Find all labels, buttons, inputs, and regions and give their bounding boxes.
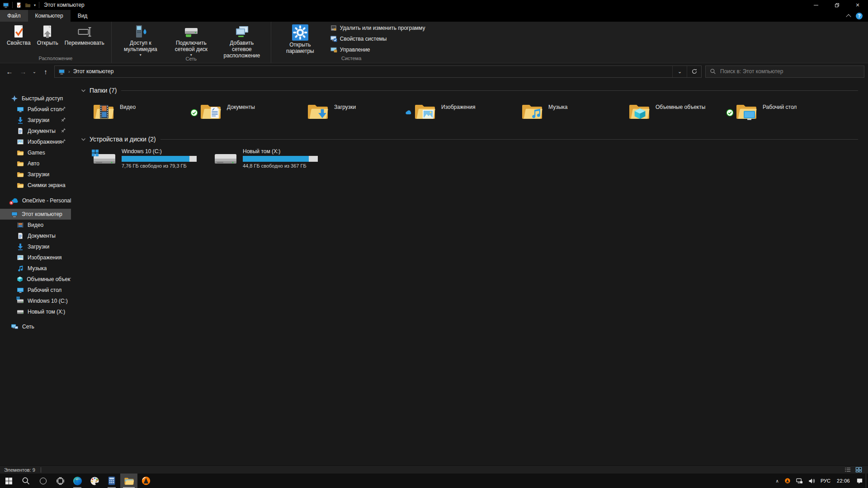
desktop-icon: [17, 106, 24, 113]
sidebar-item-screenshots[interactable]: Снимки экрана: [0, 180, 71, 191]
taskbar-edge-button[interactable]: [69, 474, 86, 488]
folder-tile-desktop[interactable]: Рабочий стол: [724, 99, 831, 126]
map-network-drive-button[interactable]: Подключить сетевой диск▾: [166, 23, 217, 55]
task-view-icon: [56, 477, 65, 485]
folder-tile-videos[interactable]: Видео: [81, 99, 188, 126]
sidebar-item-auto[interactable]: Авто: [0, 158, 71, 169]
sidebar-item-drive-c[interactable]: Windows 10 (C:): [0, 296, 71, 306]
add-network-location-button[interactable]: Добавить сетевое расположение: [217, 23, 267, 55]
refresh-button[interactable]: [687, 66, 701, 77]
sync-status-slot: [509, 99, 521, 126]
properties-shortcut-icon[interactable]: [16, 2, 22, 8]
sidebar-item-documents[interactable]: Документы: [0, 230, 71, 241]
start-button[interactable]: [0, 474, 17, 488]
minimize-button[interactable]: [806, 0, 826, 10]
folder-tile-3d-objects[interactable]: Объемные объекты: [617, 99, 724, 126]
free-space-label: 7,76 ГБ свободно из 79,3 ГБ: [122, 163, 197, 169]
section-title: Папки (7): [90, 87, 117, 94]
sidebar-item-onedrive[interactable]: OneDrive - Personal: [0, 195, 71, 206]
search-box[interactable]: [705, 66, 864, 78]
volume-tray-icon[interactable]: [806, 474, 818, 488]
sidebar-item-pictures-pinned[interactable]: Изображения: [0, 136, 71, 147]
pictures-folder-icon: [414, 101, 437, 123]
language-indicator[interactable]: РУС: [818, 474, 833, 488]
up-button[interactable]: ↑: [39, 66, 52, 77]
sidebar-item-drive-x[interactable]: Новый том (X:): [0, 306, 71, 317]
taskbar-avast-button[interactable]: [137, 474, 155, 488]
taskbar-paint-button[interactable]: [86, 474, 103, 488]
folder-tile-pictures[interactable]: Изображения: [402, 99, 509, 126]
recent-locations-chevron-icon[interactable]: ⌄: [30, 66, 39, 77]
sidebar-item-desktop-pinned[interactable]: Рабочий стол: [0, 104, 71, 115]
add-network-location-icon: [235, 24, 249, 39]
sidebar-item-label: Видео: [28, 222, 43, 228]
tab-computer[interactable]: Компьютер: [28, 10, 71, 22]
uninstall-program-button[interactable]: Удалить или изменить программу: [327, 23, 428, 33]
new-folder-shortcut-icon[interactable]: [25, 2, 31, 8]
media-access-button[interactable]: Доступ к мультимедиа▾: [115, 23, 166, 55]
help-icon[interactable]: ?: [856, 13, 863, 19]
collapse-ribbon-icon[interactable]: [846, 14, 851, 19]
taskbar-calculator-button[interactable]: [103, 474, 120, 488]
hidden-icons-chevron-icon[interactable]: ∧: [773, 474, 782, 488]
document-icon: [17, 232, 24, 239]
forward-button[interactable]: →: [16, 66, 30, 77]
clock[interactable]: 22:06: [833, 474, 854, 488]
sidebar-item-network[interactable]: Сеть: [0, 321, 71, 332]
sidebar-item-documents-pinned[interactable]: Документы: [0, 126, 71, 136]
button-label: Удалить или изменить программу: [340, 25, 425, 31]
close-button[interactable]: ✕: [847, 0, 868, 10]
taskbar-explorer-button[interactable]: [120, 474, 137, 488]
task-view-button[interactable]: [52, 474, 69, 488]
tab-file[interactable]: Файл: [0, 10, 28, 22]
sidebar-item-this-pc[interactable]: Этот компьютер: [0, 209, 71, 220]
qat-customize-chevron-icon[interactable]: ▾: [34, 3, 36, 7]
sidebar-item-games[interactable]: Games: [0, 147, 71, 158]
sidebar-item-pictures[interactable]: Изображения: [0, 252, 71, 263]
window-controls: ✕: [806, 0, 868, 10]
folder-tile-documents[interactable]: Документы: [188, 99, 295, 126]
sidebar-item-downloads-pinned[interactable]: Загрузки: [0, 115, 71, 126]
cortana-button[interactable]: [34, 474, 52, 488]
sidebar-item-videos[interactable]: Видео: [0, 220, 71, 230]
back-button[interactable]: ←: [3, 66, 16, 77]
sidebar-item-music[interactable]: Музыка: [0, 263, 71, 274]
tray-avast-icon[interactable]: [782, 474, 793, 488]
taskbar-search-button[interactable]: [17, 474, 34, 488]
sidebar-item-downloads-folder[interactable]: Загрузки: [0, 169, 71, 180]
action-center-button[interactable]: [854, 474, 866, 488]
sidebar-item-downloads[interactable]: Загрузки: [0, 241, 71, 252]
manage-icon: [330, 46, 337, 53]
details-view-button[interactable]: [843, 466, 852, 474]
properties-button[interactable]: Свойства: [4, 23, 34, 55]
devices-section-header[interactable]: Устройства и диски (2): [81, 136, 864, 143]
tab-view[interactable]: Вид: [71, 10, 95, 22]
sidebar-item-3d-objects[interactable]: Объемные объекты: [0, 274, 71, 285]
windows-drive-icon: [17, 297, 24, 305]
collapse-section-chevron-icon[interactable]: [81, 88, 86, 93]
manage-button[interactable]: Управление: [327, 45, 428, 54]
folders-section-header[interactable]: Папки (7): [81, 87, 864, 94]
sidebar-item-quick-access[interactable]: Быстрый доступ: [0, 93, 71, 104]
folder-tile-downloads[interactable]: Загрузки: [295, 99, 402, 126]
collapse-section-chevron-icon[interactable]: [81, 137, 86, 142]
show-desktop-button[interactable]: [866, 474, 868, 488]
folder-tile-music[interactable]: Музыка: [509, 99, 617, 126]
network-tray-icon[interactable]: [793, 474, 806, 488]
breadcrumb[interactable]: Этот компьютер: [73, 68, 114, 75]
address-bar[interactable]: › Этот компьютер ⌄: [54, 66, 702, 78]
search-input[interactable]: [720, 68, 860, 75]
sidebar-item-label: Загрузки: [28, 244, 49, 250]
restore-button[interactable]: [826, 0, 847, 10]
icons-view-button[interactable]: [854, 466, 863, 474]
system-properties-button[interactable]: Свойства системы: [327, 34, 428, 43]
open-settings-button[interactable]: Открыть параметры: [275, 23, 326, 55]
drive-tile-x[interactable]: Новый том (X:) 44,8 ГБ свободно из 367 Г…: [214, 148, 335, 169]
sidebar-item-desktop[interactable]: Рабочий стол: [0, 285, 71, 296]
rename-button[interactable]: Переименовать: [61, 23, 108, 55]
address-dropdown-icon[interactable]: ⌄: [672, 66, 687, 77]
drive-tile-c[interactable]: Windows 10 (C:) 7,76 ГБ свободно из 79,3…: [93, 148, 214, 169]
downloads-folder-icon: [307, 101, 330, 123]
button-label: Управление: [340, 47, 370, 53]
open-button[interactable]: Открыть: [34, 23, 61, 55]
